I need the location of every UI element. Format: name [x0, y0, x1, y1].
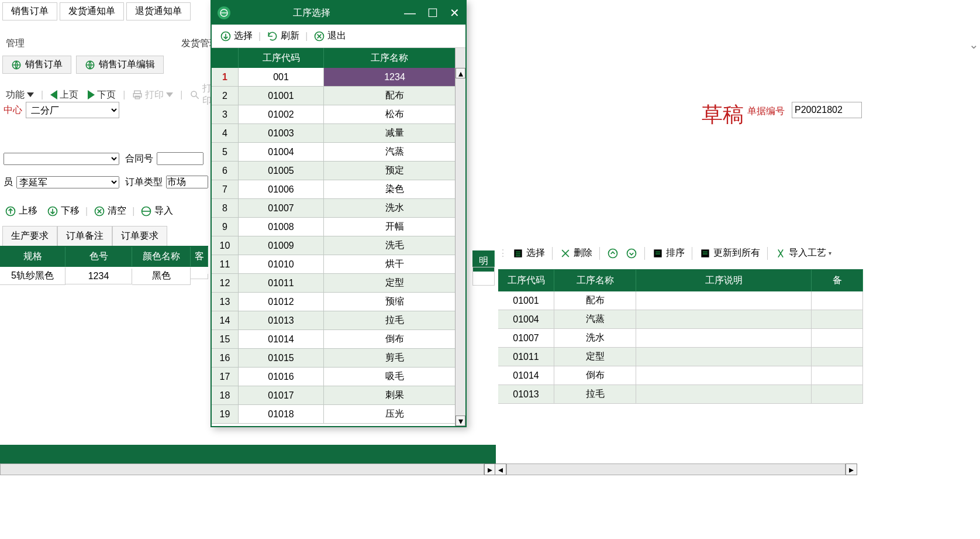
row-number: 14 [212, 311, 239, 329]
dialog-titlebar[interactable]: 工序选择 — ☐ ✕ [212, 1, 465, 25]
scroll-left-button[interactable]: ◂ [495, 464, 506, 475]
move-down-button[interactable]: 下移 [43, 204, 83, 218]
right-horizontal-scrollbar[interactable]: ◂ ▸ [495, 464, 857, 475]
import-button[interactable]: 导入 [137, 204, 179, 218]
svg-line-8 [196, 96, 199, 99]
cell-name: 压光 [324, 405, 465, 423]
grid-row[interactable]: 501004汽蒸 [212, 143, 465, 162]
editor-tabs: 销售订单 销售订单编辑 [0, 56, 164, 74]
cell-code: 01013 [239, 311, 324, 329]
cell-cust [191, 274, 208, 279]
tab-sales-order[interactable]: 销售订单 [2, 56, 71, 74]
arrow-down-icon [626, 248, 637, 259]
bill-number-input[interactable] [792, 102, 862, 118]
nav-return-notice[interactable]: 退货通知单 [126, 2, 191, 20]
tab-production-req[interactable]: 生产要求 [2, 226, 57, 246]
grid-row[interactable]: 1901018压光 [212, 405, 465, 424]
right-panel-toolbar: ⋮ 选择 删除 排序 更新到所有 导入工艺 ▾ [498, 246, 834, 260]
rp-select-button[interactable]: 选择 [510, 246, 547, 260]
clear-button[interactable]: 清空 [90, 204, 130, 218]
contract-input[interactable] [157, 152, 203, 165]
dlg-refresh-button[interactable]: 刷新 [263, 29, 303, 43]
cell-spec: 5轨纱黑色 [0, 267, 65, 285]
tab-sales-order-edit[interactable]: 销售订单编辑 [76, 56, 164, 74]
close-button[interactable]: ✕ [450, 6, 460, 20]
dlg-select-button[interactable]: 选择 [216, 29, 256, 43]
nav-dispatch-notice[interactable]: 发货通知单 [60, 2, 124, 20]
grid-row[interactable]: 401003减量 [212, 124, 465, 143]
module-labels: 管理 发货管理 [0, 35, 225, 52]
left-table-row[interactable]: 5轨纱黑色 1234 黑色 [0, 267, 208, 286]
table-row[interactable]: 01001配布 [498, 291, 863, 310]
move-up-button[interactable]: 上移 [1, 204, 41, 218]
rp-update-all-button[interactable]: 更新到所有 [697, 246, 762, 260]
detail-tabstrip: 生产要求 订单备注 订单要求 [0, 226, 167, 246]
table-row[interactable]: 01007洗水 [498, 329, 863, 348]
scroll-track[interactable] [0, 464, 484, 475]
scroll-down-button[interactable]: ▾ [456, 416, 465, 426]
grid-row[interactable]: 901008开幅 [212, 218, 465, 236]
row-number: 16 [212, 349, 239, 367]
nav-sales-order[interactable]: 销售订单 [2, 2, 57, 20]
rcell-desc [636, 329, 812, 348]
rp-delete-button[interactable]: 删除 [557, 246, 595, 260]
grid-row[interactable]: 701006染色 [212, 180, 465, 199]
grid-row[interactable]: 1101010烘干 [212, 255, 465, 274]
grid-row[interactable]: 10011234 [212, 68, 465, 87]
grid-row[interactable]: 1701016吸毛 [212, 368, 465, 386]
scroll-right-button[interactable]: ▸ [484, 464, 496, 475]
tab-order-req[interactable]: 订单要求 [112, 226, 167, 246]
cell-name: 定型 [324, 274, 465, 292]
grid-row[interactable]: 1001009洗毛 [212, 236, 465, 255]
cell-name: 剪毛 [324, 349, 465, 367]
scroll-up-button[interactable]: ▴ [456, 68, 465, 78]
table-row[interactable]: 01004汽蒸 [498, 310, 863, 329]
grid-row[interactable]: 1801017刺果 [212, 386, 465, 405]
cell-code: 01010 [239, 255, 324, 273]
grid-row[interactable]: 1401013拉毛 [212, 311, 465, 330]
cell-name: 吸毛 [324, 368, 465, 386]
cell-code: 01009 [239, 236, 324, 255]
rp-up-button[interactable] [605, 246, 621, 260]
exit-label: 退出 [327, 30, 346, 42]
dlg-exit-button[interactable]: 退出 [310, 29, 350, 43]
left-horizontal-scrollbar[interactable]: ▸ [0, 464, 496, 475]
maximize-button[interactable]: ☐ [427, 6, 438, 20]
order-type-label: 订单类型 [125, 176, 163, 188]
table-row[interactable]: 01011定型 [498, 348, 863, 366]
minimize-button[interactable]: — [404, 6, 416, 20]
up-label: 上移 [19, 205, 37, 217]
grid-row[interactable]: 201001配布 [212, 87, 465, 105]
globe-icon [140, 205, 152, 217]
scroll-right-button[interactable]: ▸ [846, 464, 857, 475]
row-number: 17 [212, 368, 239, 386]
grid-row[interactable]: 601005预定 [212, 162, 465, 180]
col-ming-cell [472, 267, 495, 286]
rp-import-process-button[interactable]: 导入工艺 ▾ [772, 246, 834, 260]
vertical-scrollbar[interactable]: ▴ ▾ [455, 68, 465, 426]
order-type-input[interactable] [166, 176, 208, 188]
contract-prefix-select[interactable] [4, 153, 119, 165]
rcell-code: 01011 [498, 348, 554, 366]
print-button[interactable]: 打印 [130, 88, 175, 102]
rcell-desc [636, 348, 812, 366]
table-row[interactable]: 01014倒布 [498, 366, 863, 385]
tab-order-remark[interactable]: 订单备注 [57, 226, 112, 246]
list-icon [699, 248, 711, 259]
grid-row[interactable]: 801007洗水 [212, 199, 465, 218]
expand-arrow-icon[interactable]: ⌄ [969, 37, 979, 52]
rp-sort-button[interactable]: 排序 [650, 246, 687, 260]
grid-row[interactable]: 1601015剪毛 [212, 349, 465, 368]
grid-row[interactable]: 1201011定型 [212, 274, 465, 293]
grid-row[interactable]: 1301012预缩 [212, 293, 465, 311]
filter-center: 中心 二分厂 [0, 99, 123, 121]
scroll-track[interactable] [506, 464, 846, 475]
rp-down-button[interactable] [623, 246, 640, 260]
table-row[interactable]: 01013拉毛 [498, 385, 863, 404]
grid-row[interactable]: 1501014倒布 [212, 330, 465, 349]
grid-row[interactable]: 301002松布 [212, 105, 465, 124]
cell-name: 预缩 [324, 293, 465, 311]
cell-name: 松布 [324, 105, 465, 123]
center-select[interactable]: 二分厂 [26, 102, 119, 118]
staff-select[interactable]: 李延军 [16, 176, 119, 188]
